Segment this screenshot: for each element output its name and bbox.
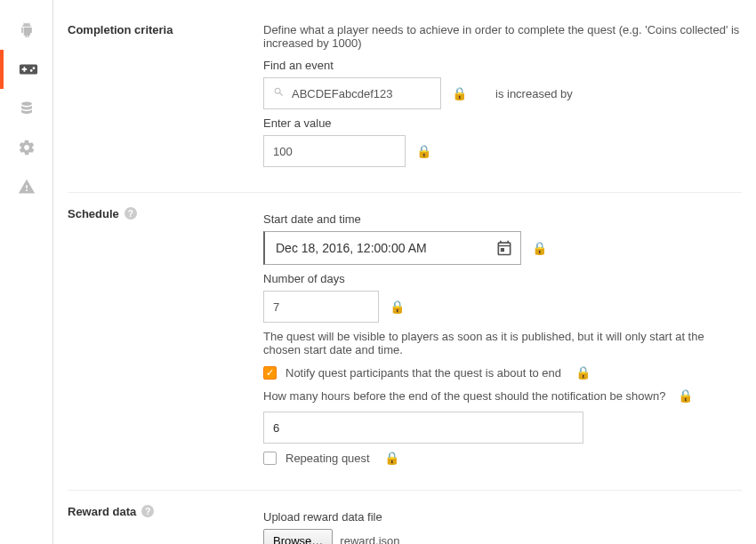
lock-icon: 🔒 [532, 241, 547, 255]
days-input-box[interactable] [263, 291, 379, 323]
reward-label-text: Reward data [68, 505, 136, 518]
schedule-label: Schedule ? [68, 207, 263, 472]
android-icon [18, 21, 36, 39]
warning-icon [18, 178, 36, 196]
notify-label: Notify quest participants that the quest… [286, 366, 561, 380]
section-schedule: Schedule ? Start date and time Dec 18, 2… [68, 193, 742, 491]
repeating-label: Repeating quest [286, 452, 370, 465]
lock-icon: 🔒 [384, 451, 399, 465]
visibility-note: The quest will be visible to players as … [263, 330, 742, 356]
lock-icon: 🔒 [416, 144, 431, 158]
help-icon[interactable]: ? [141, 505, 154, 517]
event-search-value[interactable] [292, 87, 431, 100]
start-date-value: Dec 18, 2016, 12:00:00 AM [276, 241, 427, 255]
hours-question: How many hours before the end of the que… [263, 389, 665, 403]
notify-checkbox[interactable]: ✓ [263, 366, 277, 380]
database-icon [19, 100, 35, 116]
completion-label-text: Completion criteria [68, 23, 173, 36]
sidebar-item-alerts[interactable] [0, 167, 53, 206]
value-input[interactable] [273, 145, 396, 158]
calendar-icon[interactable] [495, 239, 513, 257]
section-completion: Completion criteria Define what a player… [68, 9, 742, 193]
days-label: Number of days [263, 272, 742, 285]
browse-button[interactable]: Browse… [263, 529, 333, 544]
help-icon[interactable]: ? [125, 207, 137, 220]
completion-description: Define what a player needs to achieve in… [263, 23, 742, 50]
lock-icon: 🔒 [390, 300, 405, 314]
hours-input[interactable] [273, 421, 574, 435]
gear-icon [18, 139, 36, 156]
start-date-label: Start date and time [263, 212, 742, 226]
days-input[interactable] [273, 300, 369, 314]
completion-label: Completion criteria [68, 23, 263, 174]
search-icon [273, 86, 285, 100]
sidebar-item-settings[interactable] [0, 128, 53, 167]
left-sidebar [0, 0, 53, 544]
sidebar-item-games[interactable] [0, 50, 53, 89]
find-event-label: Find an event [263, 59, 742, 72]
hours-input-box[interactable] [263, 412, 583, 444]
section-reward: Reward data ? Upload reward data file Br… [68, 491, 742, 544]
increased-by-text: is increased by [495, 87, 573, 100]
repeating-checkbox[interactable]: ✓ [263, 452, 277, 465]
svg-point-0 [21, 102, 32, 107]
lock-icon: 🔒 [575, 365, 591, 380]
event-search-input[interactable] [263, 77, 441, 109]
file-name: reward.json [340, 534, 399, 545]
schedule-label-text: Schedule [68, 207, 119, 220]
start-date-input[interactable]: Dec 18, 2016, 12:00:00 AM [263, 231, 521, 265]
main-content: Completion criteria Define what a player… [53, 0, 756, 544]
sidebar-item-android[interactable] [0, 11, 53, 50]
lock-icon: 🔒 [452, 86, 467, 100]
enter-value-label: Enter a value [263, 116, 742, 130]
lock-icon: 🔒 [678, 388, 693, 403]
upload-label: Upload reward data file [263, 510, 742, 524]
value-input-box[interactable] [263, 135, 406, 167]
sidebar-item-storage[interactable] [0, 89, 53, 128]
gamepad-icon [19, 60, 38, 79]
reward-label: Reward data ? [68, 505, 263, 544]
